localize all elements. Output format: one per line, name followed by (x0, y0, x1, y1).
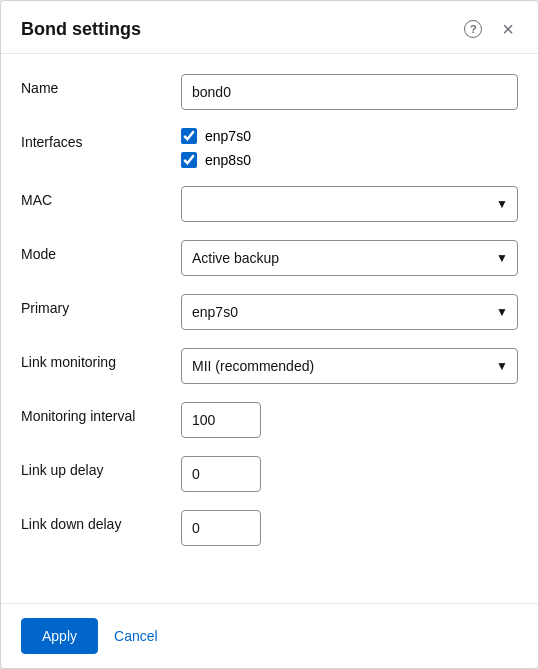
mode-select[interactable]: Active backup Round-robin Broadcast 802.… (181, 240, 518, 276)
mode-label: Mode (21, 240, 181, 262)
interface-enp7s0-label: enp7s0 (205, 128, 251, 144)
interfaces-control: enp7s0 enp8s0 (181, 128, 518, 168)
link-down-delay-row: Link down delay (21, 510, 518, 546)
link-monitoring-label: Link monitoring (21, 348, 181, 370)
dialog-title: Bond settings (21, 19, 141, 40)
primary-control: enp7s0 enp8s0 ▼ (181, 294, 518, 330)
mac-label: MAC (21, 186, 181, 208)
name-label: Name (21, 74, 181, 96)
help-icon: ? (464, 20, 482, 38)
link-monitoring-select[interactable]: MII (recommended) ARP (181, 348, 518, 384)
apply-button[interactable]: Apply (21, 618, 98, 654)
monitoring-interval-input[interactable] (181, 402, 261, 438)
name-row: Name (21, 74, 518, 110)
link-monitoring-row: Link monitoring MII (recommended) ARP ▼ (21, 348, 518, 384)
primary-select-wrapper: enp7s0 enp8s0 ▼ (181, 294, 518, 330)
link-up-delay-control (181, 456, 518, 492)
interfaces-row: Interfaces enp7s0 enp8s0 (21, 128, 518, 168)
mode-row: Mode Active backup Round-robin Broadcast… (21, 240, 518, 276)
primary-label: Primary (21, 294, 181, 316)
link-monitoring-control: MII (recommended) ARP ▼ (181, 348, 518, 384)
monitoring-interval-control (181, 402, 518, 438)
primary-row: Primary enp7s0 enp8s0 ▼ (21, 294, 518, 330)
link-up-delay-row: Link up delay (21, 456, 518, 492)
mode-control: Active backup Round-robin Broadcast 802.… (181, 240, 518, 276)
monitoring-interval-label: Monitoring interval (21, 402, 181, 424)
monitoring-interval-row: Monitoring interval (21, 402, 518, 438)
dialog-body: Name Interfaces enp7s0 enp8s0 (1, 54, 538, 603)
name-input[interactable] (181, 74, 518, 110)
interface-enp8s0-checkbox[interactable] (181, 152, 197, 168)
interface-enp7s0-checkbox[interactable] (181, 128, 197, 144)
interfaces-checkbox-group: enp7s0 enp8s0 (181, 128, 518, 168)
primary-select[interactable]: enp7s0 enp8s0 (181, 294, 518, 330)
link-down-delay-label: Link down delay (21, 510, 181, 532)
dialog-footer: Apply Cancel (1, 603, 538, 668)
link-monitoring-select-wrapper: MII (recommended) ARP ▼ (181, 348, 518, 384)
interface-enp8s0-label: enp8s0 (205, 152, 251, 168)
dialog-header: Bond settings ? × (1, 1, 538, 54)
mac-control: ▼ (181, 186, 518, 222)
help-button[interactable]: ? (460, 18, 486, 40)
link-up-delay-label: Link up delay (21, 456, 181, 478)
name-control (181, 74, 518, 110)
mode-select-wrapper: Active backup Round-robin Broadcast 802.… (181, 240, 518, 276)
close-button[interactable]: × (498, 17, 518, 41)
mac-select-wrapper: ▼ (181, 186, 518, 222)
close-icon: × (502, 19, 514, 39)
link-down-delay-control (181, 510, 518, 546)
interfaces-label: Interfaces (21, 128, 181, 150)
bond-settings-dialog: Bond settings ? × Name Interfaces (0, 0, 539, 669)
mac-select[interactable] (181, 186, 518, 222)
cancel-button[interactable]: Cancel (110, 621, 162, 651)
link-up-delay-input[interactable] (181, 456, 261, 492)
interface-enp7s0-item[interactable]: enp7s0 (181, 128, 518, 144)
interface-enp8s0-item[interactable]: enp8s0 (181, 152, 518, 168)
mac-row: MAC ▼ (21, 186, 518, 222)
link-down-delay-input[interactable] (181, 510, 261, 546)
header-icons: ? × (460, 17, 518, 41)
